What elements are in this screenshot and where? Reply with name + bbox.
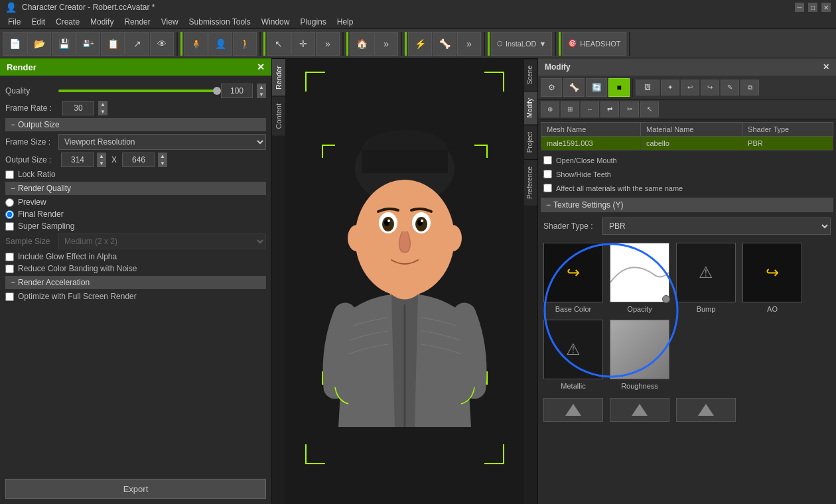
lock-ratio-checkbox[interactable] — [5, 170, 14, 179]
open-button[interactable]: 📂 — [27, 32, 51, 56]
save-button[interactable]: 💾 — [52, 32, 76, 56]
quality-slider-thumb[interactable] — [213, 87, 221, 95]
width-up[interactable]: ▲ — [97, 153, 106, 160]
base-color-thumb[interactable]: ↪ — [543, 243, 603, 302]
rig-button[interactable]: 🦴 — [433, 32, 456, 56]
history-button[interactable]: 📋 — [101, 32, 125, 56]
output-width-input[interactable]: 314 — [61, 153, 94, 167]
arrow-3-btn[interactable] — [676, 398, 736, 422]
bump-thumb[interactable]: ⚠ — [676, 243, 736, 302]
texture-settings-header[interactable]: − Texture Settings (Y) — [541, 198, 833, 212]
modify-tool-1[interactable]: ⚙ — [541, 78, 562, 97]
move-button[interactable]: ✛ — [291, 32, 315, 56]
close-button[interactable]: ✕ — [821, 3, 831, 12]
shader-type-select[interactable]: PBR — [602, 218, 831, 235]
instalod-plugin[interactable]: ⬡ InstaLOD ▼ — [491, 32, 552, 56]
more-tools[interactable]: » — [316, 32, 340, 56]
minimize-button[interactable]: ─ — [795, 3, 804, 12]
output-size-section[interactable]: − Output Size — [5, 118, 266, 131]
scene-side-tab[interactable]: Scene — [524, 58, 537, 91]
viewport[interactable] — [285, 58, 524, 504]
reduce-banding-checkbox[interactable] — [5, 265, 14, 273]
maximize-button[interactable]: □ — [808, 3, 817, 12]
figure2-button[interactable]: 👤 — [208, 32, 232, 56]
mesh-table-row[interactable]: male1591.003 cabello PBR — [541, 137, 833, 151]
render-acceleration-section[interactable]: − Render Acceleration — [5, 276, 266, 289]
height-down[interactable]: ▼ — [158, 160, 167, 167]
home-button[interactable]: 🏠 — [350, 32, 374, 56]
figure3-button[interactable]: 🚶 — [233, 32, 257, 56]
width-down[interactable]: ▼ — [97, 160, 106, 167]
open-close-mouth-checkbox[interactable] — [543, 156, 552, 164]
modify-panel-close[interactable]: ✕ — [823, 62, 829, 72]
quality-up[interactable]: ▲ — [257, 84, 266, 91]
modify-tool2-1[interactable]: ⊕ — [541, 101, 559, 117]
modify-tool-3[interactable]: 🔄 — [586, 78, 607, 97]
preview-radio[interactable] — [5, 198, 14, 207]
frame-size-select[interactable]: Viewport Resolution — [58, 134, 266, 150]
export-button[interactable]: Export — [5, 479, 266, 499]
quality-input[interactable]: 100 — [221, 84, 253, 98]
affect-all-materials-checkbox[interactable] — [543, 184, 552, 192]
height-up[interactable]: ▲ — [158, 153, 167, 160]
modify-tool2-6[interactable]: ↖ — [640, 101, 659, 117]
framerate-up[interactable]: ▲ — [98, 101, 107, 108]
super-sampling-checkbox[interactable] — [5, 222, 14, 231]
modify-tool-10[interactable]: ⧉ — [740, 80, 759, 95]
framerate-input[interactable]: 30 — [62, 101, 94, 115]
new-button[interactable]: 📄 — [3, 32, 27, 56]
size-x-label: X — [109, 155, 119, 164]
menu-view[interactable]: View — [156, 16, 184, 28]
final-render-radio[interactable] — [5, 210, 14, 219]
arrow-2-btn[interactable] — [610, 398, 669, 422]
save-small-button[interactable]: 💾+ — [76, 32, 100, 56]
opacity-thumb[interactable] — [610, 243, 669, 302]
menu-modify[interactable]: Modify — [85, 16, 119, 28]
ao-thumb[interactable]: ↪ — [742, 243, 802, 302]
menu-window[interactable]: Window — [256, 16, 295, 28]
quality-slider-track[interactable] — [58, 90, 217, 92]
menu-plugins[interactable]: Plugins — [295, 16, 331, 28]
modify-tool-8[interactable]: ↪ — [701, 80, 719, 95]
modify-tool2-3[interactable]: ↔ — [581, 101, 599, 117]
export-button[interactable]: ↗ — [125, 32, 149, 56]
modify-tool-9[interactable]: ✎ — [721, 80, 739, 95]
menu-file[interactable]: File — [3, 16, 26, 28]
modify-side-tab[interactable]: Modify — [524, 91, 537, 124]
quality-down[interactable]: ▼ — [257, 91, 266, 98]
menu-edit[interactable]: Edit — [26, 16, 50, 28]
menu-create[interactable]: Create — [50, 16, 85, 28]
more-anim[interactable]: » — [457, 32, 481, 56]
modify-tool-4-active[interactable]: ■ — [608, 78, 630, 97]
modify-tool2-2[interactable]: ⊞ — [561, 101, 579, 117]
arrow-1-btn[interactable] — [543, 398, 603, 422]
show-hide-teeth-checkbox[interactable] — [543, 170, 552, 178]
menu-render[interactable]: Render — [119, 16, 155, 28]
render-panel-close[interactable]: ✕ — [257, 62, 265, 72]
modify-tool-6[interactable]: ✦ — [661, 80, 679, 95]
optimize-checkbox[interactable] — [5, 292, 14, 301]
headshot-plugin[interactable]: 🎯 HEADSHOT — [562, 32, 626, 56]
more-view[interactable]: » — [374, 32, 398, 56]
output-height-input[interactable]: 646 — [122, 153, 155, 167]
metallic-thumb[interactable]: ⚠ — [543, 320, 603, 379]
menu-help[interactable]: Help — [332, 16, 359, 28]
render-side-tab[interactable]: Render — [272, 58, 285, 96]
render-quality-section[interactable]: − Render Quality — [5, 182, 266, 195]
modify-tool-2[interactable]: 🦴 — [563, 78, 585, 97]
modify-tool2-4[interactable]: ⇄ — [600, 101, 619, 117]
menu-submission-tools[interactable]: Submission Tools — [184, 16, 256, 28]
modify-tool-5[interactable]: 🖼 — [636, 80, 660, 95]
modify-tool2-5[interactable]: ✂ — [620, 101, 639, 117]
framerate-down[interactable]: ▼ — [98, 108, 107, 115]
render-preview-button[interactable]: 👁 — [150, 32, 174, 56]
figure-button[interactable]: 🧍 — [184, 32, 208, 56]
project-side-tab[interactable]: Project — [524, 125, 537, 159]
preference-side-tab[interactable]: Preference — [524, 159, 537, 206]
content-side-tab[interactable]: Content — [272, 96, 285, 136]
anim-button[interactable]: ⚡ — [408, 32, 432, 56]
select-button[interactable]: ↖ — [267, 32, 291, 56]
modify-tool-7[interactable]: ↩ — [681, 80, 699, 95]
roughness-thumb[interactable] — [610, 320, 669, 379]
glow-effect-checkbox[interactable] — [5, 253, 14, 261]
